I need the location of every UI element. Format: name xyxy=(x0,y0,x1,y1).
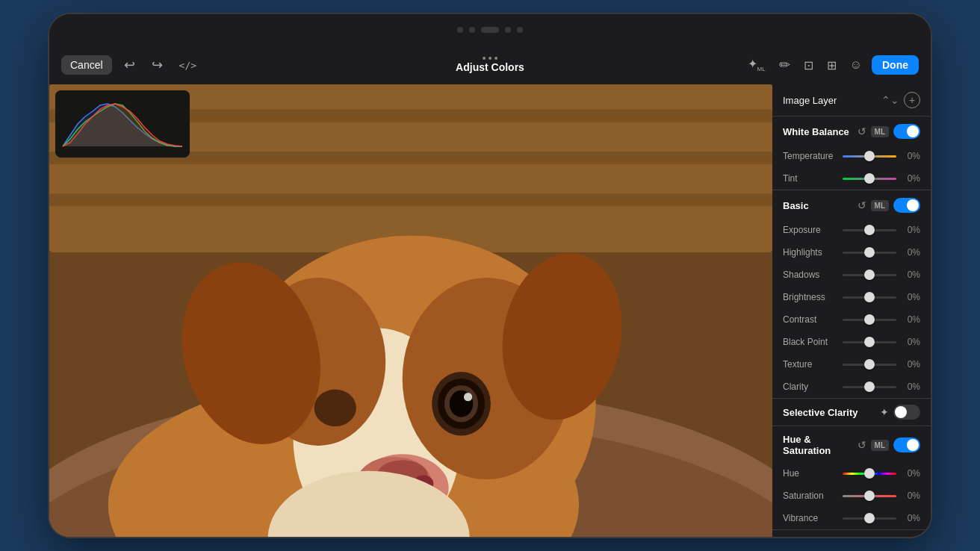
saturation-value: 0% xyxy=(896,491,920,501)
white-balance-header: White Balance ↺ ML xyxy=(772,116,931,145)
shadows-thumb[interactable] xyxy=(864,270,875,280)
code-button[interactable]: </> xyxy=(175,57,201,74)
undo-button[interactable]: ↩ xyxy=(120,54,140,76)
top-indicator-1 xyxy=(457,27,463,33)
hue-thumb[interactable] xyxy=(864,468,875,479)
hue-saturation-ml-badge: ML xyxy=(871,440,889,451)
black-point-slider[interactable] xyxy=(843,334,896,349)
tint-thumb[interactable] xyxy=(864,173,875,184)
brightness-thumb[interactable] xyxy=(864,292,875,302)
vibrance-thumb[interactable] xyxy=(864,513,875,523)
toolbar-title: Adjust Colors xyxy=(456,61,524,73)
temperature-slider[interactable] xyxy=(843,149,896,164)
highlights-label: Highlights xyxy=(783,247,843,258)
contrast-track xyxy=(843,319,896,321)
exposure-label: Exposure xyxy=(783,225,843,235)
shadows-slider[interactable] xyxy=(843,267,896,282)
highlights-row: Highlights 0% xyxy=(772,241,931,264)
tint-row: Tint 0% xyxy=(772,167,931,190)
contrast-thumb[interactable] xyxy=(864,314,875,325)
add-layer-button[interactable]: + xyxy=(904,92,920,108)
exposure-value: 0% xyxy=(896,225,920,235)
basic-ml-badge: ML xyxy=(871,200,889,211)
emoji-button[interactable]: ☺ xyxy=(846,55,866,75)
vibrance-track xyxy=(843,517,896,520)
top-indicator-2 xyxy=(469,27,475,33)
texture-value: 0% xyxy=(896,359,920,370)
clarity-thumb[interactable] xyxy=(864,382,875,392)
texture-slider[interactable] xyxy=(843,357,896,372)
layer-chevron-button[interactable]: ⌃⌄ xyxy=(881,94,899,106)
basic-section: Basic ↺ ML Exposure xyxy=(772,190,931,399)
black-point-row: Black Point 0% xyxy=(772,331,931,353)
selective-clarity-row: Selective Clarity ✦ xyxy=(772,399,931,426)
grid-button[interactable]: ⊞ xyxy=(823,55,840,75)
hue-saturation-reset-button[interactable]: ↺ xyxy=(858,439,866,451)
toolbar-dot-1 xyxy=(483,57,486,60)
redo-button[interactable]: ↪ xyxy=(147,54,167,76)
black-point-label: Black Point xyxy=(783,337,843,347)
cancel-button[interactable]: Cancel xyxy=(61,55,112,75)
basic-header: Basic ↺ ML xyxy=(772,190,931,219)
temperature-track xyxy=(843,155,896,158)
hue-value: 0% xyxy=(896,468,920,479)
basic-reset-button[interactable]: ↺ xyxy=(858,199,866,211)
contrast-row: Contrast 0% xyxy=(772,308,931,331)
vibrance-label: Vibrance xyxy=(783,513,843,523)
contrast-slider[interactable] xyxy=(843,312,896,327)
panel-header: Image Layer ⌃⌄ + xyxy=(772,84,931,116)
basic-controls: ↺ ML xyxy=(858,198,920,213)
photo-area xyxy=(49,84,772,537)
white-balance-toggle[interactable] xyxy=(893,124,920,139)
shadows-track xyxy=(843,274,896,276)
temperature-thumb[interactable] xyxy=(864,151,875,161)
highlights-value: 0% xyxy=(896,247,920,258)
exposure-row: Exposure 0% xyxy=(772,219,931,241)
white-balance-reset-button[interactable]: ↺ xyxy=(858,125,866,137)
exposure-thumb[interactable] xyxy=(864,225,875,235)
brightness-value: 0% xyxy=(896,292,920,302)
hue-slider[interactable] xyxy=(843,466,896,481)
clarity-row: Clarity 0% xyxy=(772,376,931,398)
basic-toggle[interactable] xyxy=(893,198,920,213)
hue-saturation-section: Hue & Saturation ↺ ML Hue xyxy=(772,426,931,530)
temperature-row: Temperature 0% xyxy=(772,145,931,167)
done-button[interactable]: Done xyxy=(872,55,919,75)
black-point-thumb[interactable] xyxy=(864,337,875,347)
hue-label: Hue xyxy=(783,468,843,479)
white-balance-title: White Balance xyxy=(783,126,858,137)
contrast-value: 0% xyxy=(896,314,920,325)
vibrance-slider[interactable] xyxy=(843,511,896,526)
hue-row: Hue 0% xyxy=(772,462,931,485)
selective-clarity-title: Selective Clarity xyxy=(783,407,880,418)
magic-wand-button[interactable]: ✦ML xyxy=(744,54,769,75)
white-balance-ml-badge: ML xyxy=(871,126,889,137)
crop-button[interactable]: ⊡ xyxy=(800,55,817,75)
tint-label: Tint xyxy=(783,173,843,184)
hue-saturation-toggle[interactable] xyxy=(893,438,920,452)
selective-clarity-controls: ✦ xyxy=(880,405,920,420)
saturation-slider[interactable] xyxy=(843,488,896,503)
main-area: Image Layer ⌃⌄ + White Balance ↺ ML xyxy=(49,84,931,537)
shadows-value: 0% xyxy=(896,270,920,280)
texture-thumb[interactable] xyxy=(864,359,875,370)
highlights-thumb[interactable] xyxy=(864,247,875,258)
toolbar-right: ✦ML ✏ ⊡ ⊞ ☺ Done xyxy=(744,54,919,76)
exposure-slider[interactable] xyxy=(843,222,896,237)
brightness-slider[interactable] xyxy=(843,290,896,305)
saturation-thumb[interactable] xyxy=(864,491,875,501)
top-indicator-4 xyxy=(517,27,523,33)
white-balance-section: White Balance ↺ ML Temperature xyxy=(772,116,931,190)
selective-clarity-toggle[interactable] xyxy=(893,405,920,420)
highlights-slider[interactable] xyxy=(843,245,896,260)
texture-row: Texture 0% xyxy=(772,353,931,376)
histogram-overlay xyxy=(55,90,190,158)
pencil-button[interactable]: ✏ xyxy=(775,54,794,76)
white-balance-controls: ↺ ML xyxy=(858,124,920,139)
hue-saturation-controls: ↺ ML xyxy=(858,438,920,452)
toolbar-center: Adjust Colors xyxy=(456,57,524,73)
clarity-slider[interactable] xyxy=(843,379,896,394)
tint-track xyxy=(843,178,896,180)
sparkle-icon: ✦ xyxy=(880,406,889,418)
tint-slider[interactable] xyxy=(843,171,896,186)
